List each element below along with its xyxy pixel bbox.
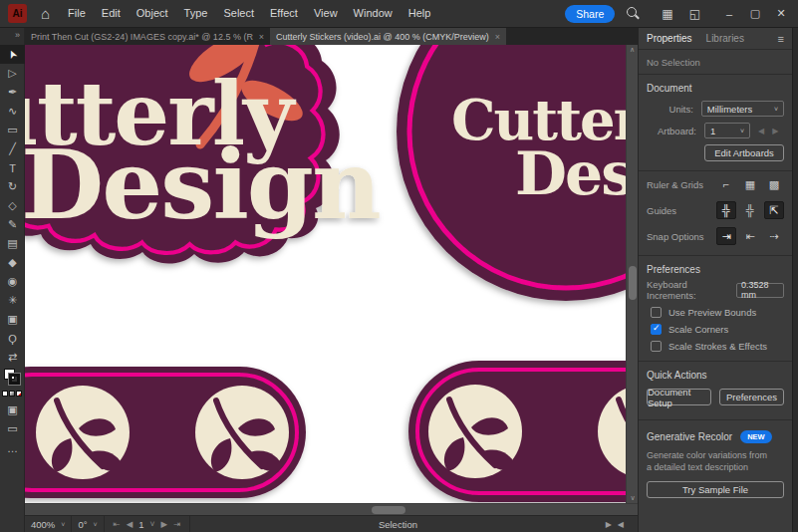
ruler-icon[interactable]: ⌐ <box>716 175 736 193</box>
document-setup-button[interactable]: Document Setup <box>647 389 711 405</box>
panel-menu-icon[interactable]: ≡ <box>778 33 784 45</box>
rotate-tool[interactable]: ↻ <box>0 177 25 196</box>
try-sample-file-button[interactable]: Try Sample File <box>647 481 784 498</box>
menu-edit[interactable]: Edit <box>94 0 129 27</box>
line-segment-tool[interactable]: ╱ <box>0 139 25 158</box>
zoom-level-dropdown[interactable]: 400% ˅ <box>25 516 72 532</box>
direct-selection-tool[interactable]: ▷ <box>0 64 25 83</box>
rotation-dropdown[interactable]: 0° ˅ <box>72 516 104 532</box>
paintbrush-tool[interactable]: ✎ <box>0 215 25 234</box>
rectangle-tool[interactable]: ▭ <box>0 121 25 139</box>
checkbox-use-preview-bounds[interactable]: Use Preview Bounds <box>639 304 792 321</box>
next-artboard-icon[interactable]: ▶ <box>772 127 778 135</box>
tab-properties[interactable]: Properties <box>647 33 692 44</box>
checkbox-checked-icon[interactable] <box>651 324 662 335</box>
brand-word-line2[interactable]: Design <box>515 138 626 208</box>
first-artboard-icon[interactable]: ⇤ <box>114 519 121 529</box>
type-tool[interactable]: T <box>0 158 25 177</box>
gradient-tool[interactable]: ▤ <box>0 234 25 253</box>
tab-close-icon[interactable]: × <box>495 32 500 42</box>
home-icon[interactable]: ⌂ <box>41 6 50 21</box>
show-guides-icon[interactable]: ╬ <box>716 201 736 219</box>
collapsed-dock-strip[interactable] <box>792 28 798 532</box>
maximize-button[interactable]: ▢ <box>742 7 768 20</box>
arrange-documents-icon[interactable]: ◱ <box>689 7 700 21</box>
stroke-swatch[interactable] <box>9 374 20 385</box>
pen-tool[interactable]: ✒ <box>0 83 25 102</box>
document-tab-active[interactable]: Cutterly Stickers (video).ai @ 400 % (CM… <box>270 28 506 45</box>
shaper-tool[interactable]: ◇ <box>0 196 25 215</box>
menu-select[interactable]: Select <box>215 0 262 27</box>
checkbox-scale-strokes-effects[interactable]: Scale Strokes & Effects <box>639 338 792 355</box>
drawing-mode-icon[interactable]: ▣ <box>0 400 25 419</box>
sticker-wordmark[interactable]: Cutterly Design <box>25 45 380 264</box>
sticker-pill-right[interactable] <box>408 361 626 502</box>
tab-libraries[interactable]: Libraries <box>706 33 744 44</box>
color-fill-icon[interactable] <box>2 391 8 397</box>
zoom-tool[interactable]: Ϙ <box>0 329 25 348</box>
horizontal-scroll-thumb[interactable] <box>372 506 405 514</box>
document-tab-inactive[interactable]: Print Then Cut (GS2-24) IMAGES copy.ai* … <box>25 28 270 45</box>
grid-icon[interactable]: ▦ <box>740 175 760 193</box>
menu-file[interactable]: File <box>60 0 94 27</box>
units-dropdown[interactable]: Millimeters ˅ <box>701 101 784 117</box>
artboard-view[interactable]: Cutterly Design Cutterly Design <box>25 45 626 503</box>
lock-guides-icon[interactable]: ╬ <box>740 201 760 219</box>
tab-close-icon[interactable]: × <box>259 32 264 42</box>
artboard-number-dropdown[interactable]: 1 <box>138 519 143 530</box>
gradient-fill-icon[interactable] <box>9 391 15 397</box>
menu-help[interactable]: Help <box>400 0 439 27</box>
checkbox-icon[interactable] <box>651 307 662 318</box>
keyboard-increments-input[interactable]: 0.3528 mm <box>736 283 784 298</box>
vertical-scroll-thumb[interactable] <box>629 266 637 300</box>
menu-window[interactable]: Window <box>346 0 400 27</box>
snap-options-label: Snap Options <box>647 231 712 242</box>
guides-label: Guides <box>647 205 712 216</box>
last-artboard-icon[interactable]: ⇥ <box>173 519 180 529</box>
transparency-grid-icon[interactable]: ▩ <box>764 175 784 193</box>
scroll-up-icon[interactable]: ∧ <box>627 45 638 55</box>
smart-guides-icon[interactable]: ⇱ <box>764 201 784 219</box>
blend-tool[interactable]: ◉ <box>0 272 25 291</box>
eyedropper-tool[interactable]: ◆ <box>0 253 25 272</box>
snap-to-point-icon[interactable]: ⇥ <box>716 227 736 245</box>
none-fill-icon[interactable] <box>16 391 22 397</box>
fill-stroke-swatch[interactable] <box>0 367 25 389</box>
section-document-title: Document <box>639 75 792 98</box>
symbol-sprayer-tool[interactable]: ✳ <box>0 291 25 310</box>
vertical-scrollbar[interactable]: ∧ ∨ <box>626 45 638 503</box>
next-artboard-icon[interactable]: ▶ <box>161 519 168 529</box>
canvas[interactable]: Cutterly Design Cutterly Design <box>25 45 638 503</box>
previous-artboard-icon[interactable]: ◀ <box>127 519 133 529</box>
workspace-switcher-icon[interactable]: ▦ <box>662 7 672 21</box>
screen-mode-icon[interactable]: ▭ <box>0 419 25 438</box>
menu-effect[interactable]: Effect <box>262 0 306 27</box>
minimize-button[interactable]: – <box>716 8 742 20</box>
snap-to-glyph-icon[interactable]: ⇢ <box>764 227 784 245</box>
swap-fill-stroke-icon[interactable]: ⇄ <box>0 348 25 367</box>
share-button[interactable]: Share <box>565 5 615 23</box>
previous-artboard-icon[interactable]: ◀ <box>758 127 764 135</box>
status-indicator[interactable]: Selection <box>190 519 605 530</box>
menu-type[interactable]: Type <box>176 0 216 27</box>
sticker-pill-left[interactable] <box>25 367 306 498</box>
edit-toolbar-button[interactable]: … <box>0 438 25 457</box>
preferences-button[interactable]: Preferences <box>719 389 784 405</box>
close-button[interactable]: ✕ <box>768 7 794 20</box>
artboard-tool[interactable]: ▣ <box>0 310 25 329</box>
snap-to-grid-icon[interactable]: ⇤ <box>740 227 760 245</box>
status-menu-arrows[interactable]: ▶◀ <box>606 520 638 529</box>
checkbox-icon[interactable] <box>651 341 662 352</box>
search-icon[interactable] <box>627 7 640 20</box>
edit-artboards-button[interactable]: Edit Artboards <box>704 144 784 161</box>
illustrator-app-icon[interactable]: Ai <box>8 4 27 23</box>
artboard-dropdown[interactable]: 1 ˅ <box>704 123 750 138</box>
menu-object[interactable]: Object <box>129 0 176 27</box>
toolbar-collapse-button[interactable]: » <box>0 28 24 45</box>
curvature-tool[interactable]: ∿ <box>0 102 25 121</box>
horizontal-scrollbar[interactable] <box>25 503 638 515</box>
checkbox-scale-corners[interactable]: Scale Corners <box>639 321 792 338</box>
brand-word-line2[interactable]: Design <box>25 129 380 241</box>
menu-view[interactable]: View <box>306 0 346 27</box>
selection-tool[interactable]: ➤ <box>0 45 25 64</box>
